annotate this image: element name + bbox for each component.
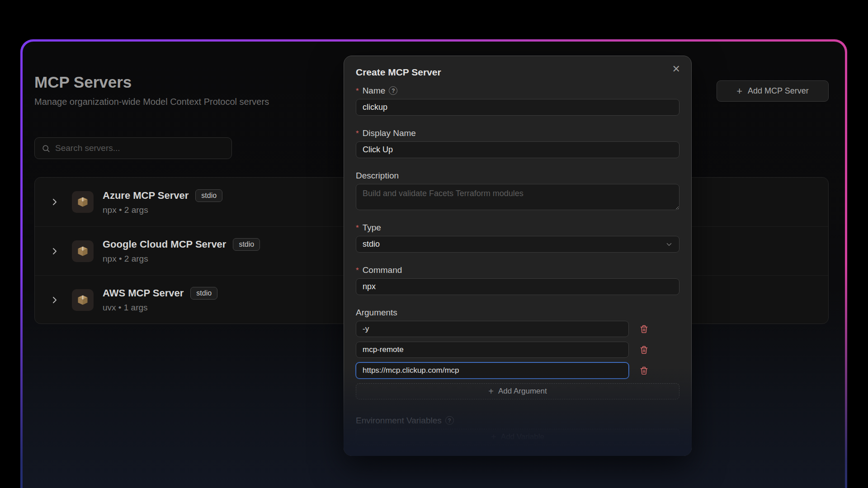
argument-input[interactable]: [356, 321, 629, 337]
display-name-field: * Display Name: [356, 128, 679, 158]
plus-icon: +: [488, 387, 494, 396]
description-label: Description: [356, 171, 399, 181]
chevron-right-icon[interactable]: [49, 197, 60, 207]
arguments-section: Arguments: [356, 308, 679, 399]
plus-icon: +: [491, 432, 496, 441]
search-icon: [42, 144, 50, 153]
argument-row: [356, 342, 679, 358]
add-variable-label: Add Variable: [501, 432, 544, 441]
name-label: Name: [363, 86, 386, 96]
display-name-label: Display Name: [363, 128, 416, 138]
server-meta: npx • 2 args: [103, 205, 222, 215]
add-argument-button[interactable]: + Add Argument: [356, 383, 679, 399]
server-meta: uvx • 1 args: [103, 303, 217, 313]
server-name: AWS MCP Server: [103, 287, 184, 299]
argument-row: [356, 321, 679, 337]
argument-input-focused[interactable]: [356, 362, 629, 379]
argument-row: [356, 362, 679, 379]
type-label: Type: [363, 223, 381, 233]
required-marker: *: [356, 128, 359, 139]
add-mcp-server-button[interactable]: + Add MCP Server: [717, 80, 829, 102]
help-icon[interactable]: ?: [389, 86, 397, 95]
add-variable-button[interactable]: + Add Variable: [356, 429, 679, 445]
arguments-label: Arguments: [356, 308, 397, 318]
command-input[interactable]: [356, 278, 679, 295]
help-icon[interactable]: ?: [445, 416, 454, 425]
chevron-down-icon: [665, 240, 673, 249]
type-selected-value: stdio: [363, 239, 380, 249]
display-name-input[interactable]: [356, 141, 679, 158]
create-mcp-server-dialog: Create MCP Server ✕ * Name ? * Display N…: [344, 56, 692, 456]
add-mcp-server-label: Add MCP Server: [748, 86, 809, 96]
trash-icon[interactable]: [640, 345, 648, 355]
close-icon[interactable]: ✕: [672, 64, 680, 74]
server-name: Azure MCP Server: [103, 190, 189, 202]
dialog-title: Create MCP Server: [356, 67, 679, 78]
page-canvas: MCP Servers Manage organization-wide Mod…: [23, 42, 845, 488]
transport-badge: stdio: [195, 189, 222, 202]
package-icon: [72, 191, 94, 213]
command-field: * Command: [356, 265, 679, 295]
environment-variables-label: Environment Variables: [356, 416, 442, 426]
add-argument-label: Add Argument: [498, 387, 547, 396]
required-marker: *: [356, 223, 359, 234]
plus-icon: +: [736, 86, 742, 96]
gradient-frame: MCP Servers Manage organization-wide Mod…: [20, 39, 847, 488]
transport-badge: stdio: [190, 287, 217, 300]
server-name: Google Cloud MCP Server: [103, 239, 226, 250]
name-input[interactable]: [356, 99, 679, 116]
search-input[interactable]: [55, 143, 225, 153]
command-label: Command: [363, 265, 402, 275]
server-meta: npx • 2 args: [103, 254, 260, 264]
environment-variables-section: Environment Variables ? + Add Variable: [356, 416, 679, 445]
type-select[interactable]: stdio: [356, 236, 679, 253]
description-textarea[interactable]: [356, 184, 679, 210]
transport-badge: stdio: [233, 238, 260, 251]
page-subtitle: Manage organization-wide Model Context P…: [34, 97, 269, 107]
name-field: * Name ?: [356, 86, 679, 116]
trash-icon[interactable]: [640, 366, 648, 375]
required-marker: *: [356, 265, 359, 276]
chevron-right-icon[interactable]: [49, 246, 60, 257]
chevron-right-icon[interactable]: [49, 295, 60, 305]
trash-icon[interactable]: [640, 324, 648, 334]
package-icon: [72, 289, 94, 311]
description-field: Description: [356, 171, 679, 210]
page-title: MCP Servers: [34, 73, 132, 91]
search-box[interactable]: [34, 137, 232, 159]
argument-input[interactable]: [356, 342, 629, 358]
required-marker: *: [356, 86, 359, 97]
type-field: * Type stdio: [356, 223, 679, 253]
package-icon: [72, 240, 94, 262]
